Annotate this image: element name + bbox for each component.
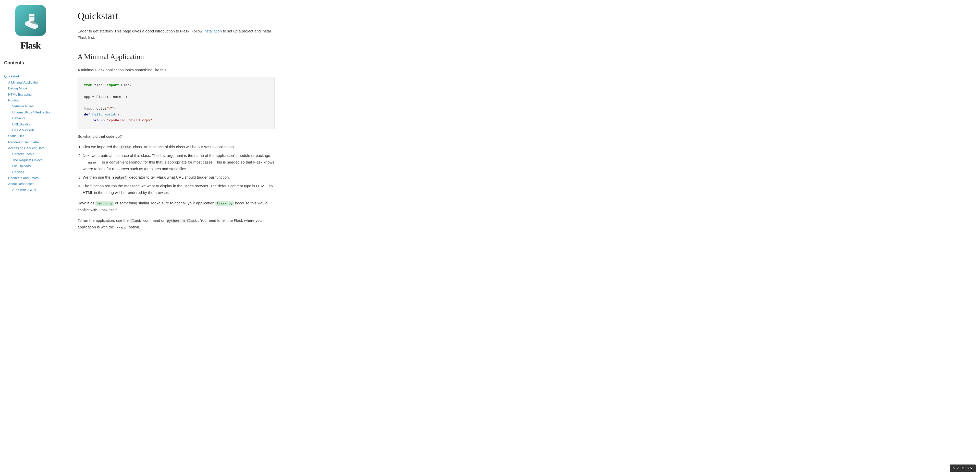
flask-logo-svg [19,9,42,32]
save-paragraph: Save it as hello.py or something similar… [78,200,275,213]
nav-link-html-escaping[interactable]: HTML Escaping [8,91,57,97]
code-string-slash: "/" [107,107,113,111]
nav-item-routing[interactable]: Routing [4,97,57,103]
python-cmd-code: python -m flask [165,219,198,223]
nav-link-unique-urls[interactable]: Unique URLs / Redirection Behavior [12,109,57,121]
nav-link-accessing-request-data[interactable]: Accessing Request Data [8,145,57,151]
nav-link-variable-rules[interactable]: Variable Rules [12,103,57,109]
nav-link-url-building[interactable]: URL Building [12,121,57,127]
nav-item-request-object[interactable]: The Request Object [4,157,57,163]
svg-rect-0 [29,16,35,17]
run-paragraph: To run the application, use the flask co… [78,217,275,230]
route-code: route() [111,176,128,180]
code-function-name: hello_world [92,113,115,117]
nav-link-quickstart[interactable]: Quickstart [4,73,57,79]
name-code: __name__ [83,160,101,165]
nav-link-redirects-errors[interactable]: Redirects and Errors [8,175,57,181]
nav-item-debug-mode[interactable]: Debug Mode [4,85,57,91]
hello-py-code: hello.py [95,201,114,206]
nav-link-debug-mode[interactable]: Debug Mode [8,85,57,91]
route-strong: route() [111,175,128,179]
nav-item-unique-urls[interactable]: Unique URLs / Redirection Behavior [4,109,57,121]
logo-container: Flask [4,5,57,53]
nav-link-rendering-templates[interactable]: Rendering Templates [8,139,57,145]
flask-code: Flask [119,145,132,150]
list-item-2: Next we create an instance of this class… [83,152,275,172]
flask-py-code: flask.py [215,201,234,206]
nav-item-context-locals[interactable]: Context Locals [4,151,57,157]
code-keyword-import: import [107,83,119,87]
contents-title: Contents [4,59,57,67]
nav-item-http-methods[interactable]: HTTP Methods [4,127,57,133]
nav-link-routing[interactable]: Routing [8,97,57,103]
list-item-3: We then use the route() decorator to tel… [83,174,275,180]
version-badge[interactable]: ✎ v: 2.3.x 2.2.x 2.1.x 2.0.x 1.1.x [950,465,976,472]
intro-paragraph: Eager to get started? This page gives a … [78,28,275,41]
flask-class-strong: Flask [119,145,132,149]
nav-link-apis-json[interactable]: APIs with JSON [12,187,57,193]
version-label: v: [957,465,959,471]
app-name: Flask [21,38,41,53]
nav-item-accessing-request-data[interactable]: Accessing Request Data [4,145,57,151]
nav-item-redirects-errors[interactable]: Redirects and Errors [4,175,57,181]
edit-icon: ✎ [953,465,955,471]
minimal-app-desc: A minimal Flask application looks someth… [78,67,275,73]
code-keyword-return: return [92,118,105,122]
nav-link-cookies[interactable]: Cookies [12,169,57,175]
nav-link-http-methods[interactable]: HTTP Methods [12,127,57,133]
nav-item-cookies[interactable]: Cookies [4,169,57,175]
code-decorator: @app [84,107,92,111]
list-item-4: The function returns the message we want… [83,183,275,196]
flask-cmd-code: flask [130,219,142,223]
nav-item-url-building[interactable]: URL Building [4,121,57,127]
page-title: Quickstart [78,8,275,24]
nav-item-static-files[interactable]: Static Files [4,133,57,139]
nav-link-minimal-app[interactable]: A Minimal Application [8,80,57,85]
nav-link-request-object[interactable]: The Request Object [12,157,57,163]
nav-item-file-uploads[interactable]: File Uploads [4,163,57,169]
version-select[interactable]: 2.3.x 2.2.x 2.1.x 2.0.x 1.1.x [961,466,974,470]
intro-text-before: Eager to get started? This page gives a … [78,29,202,33]
nav-link-static-files[interactable]: Static Files [8,133,57,139]
nav-item-quickstart[interactable]: Quickstart [4,73,57,79]
nav-item-apis-json[interactable]: APIs with JSON [4,187,57,193]
nav-item-about-responses[interactable]: About Responses [4,181,57,187]
main-content: Quickstart Eager to get started? This pa… [61,0,291,476]
app-option-code: --app [115,225,127,230]
installation-link[interactable]: Installation [204,29,222,33]
nav-list: Quickstart A Minimal Application Debug M… [4,73,57,193]
nav-link-file-uploads[interactable]: File Uploads [12,163,57,169]
nav-item-variable-rules[interactable]: Variable Rules [4,103,57,109]
nav-link-context-locals[interactable]: Context Locals [12,151,57,157]
so-what-text: So what did that code do? [78,133,275,140]
nav-item-rendering-templates[interactable]: Rendering Templates [4,139,57,145]
nav-link-about-responses[interactable]: About Responses [8,181,57,187]
flask-logo [15,5,46,36]
code-block-flask-example: from flask import Flask app = Flask(__na… [78,77,275,129]
nav-item-minimal-app[interactable]: A Minimal Application [4,80,57,85]
code-string-return: "<p>Hello, World!</p>" [107,118,152,122]
list-item-1: First we imported the Flask class. An in… [83,144,275,150]
sidebar: Flask Contents Quickstart A Minimal Appl… [0,0,61,476]
nav-item-html-escaping[interactable]: HTML Escaping [4,91,57,97]
minimal-app-heading: A Minimal Application [78,51,275,62]
code-keyword-def: def [84,113,90,117]
code-keyword-from: from [84,83,92,87]
svg-rect-1 [29,18,35,18]
explanation-list: First we imported the Flask class. An in… [83,144,275,196]
